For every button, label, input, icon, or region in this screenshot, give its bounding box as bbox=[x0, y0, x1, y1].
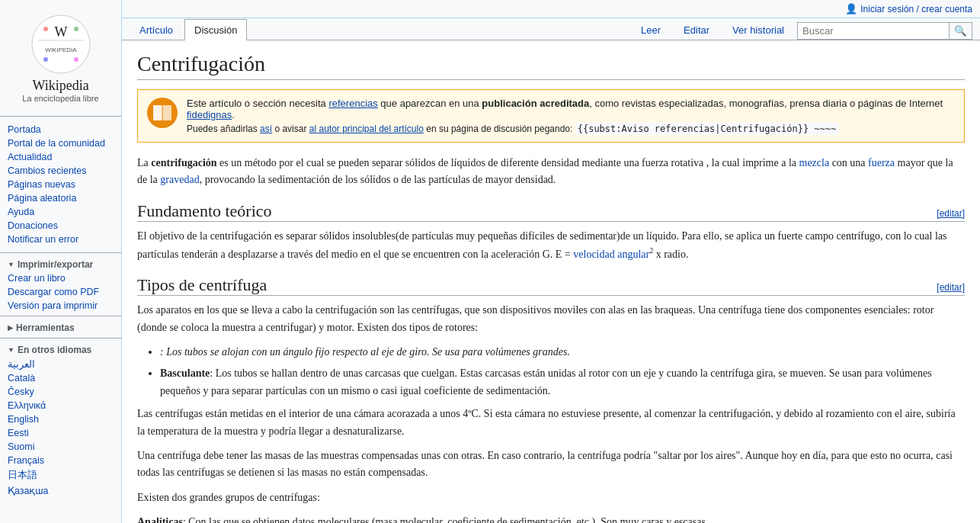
tipos-para1: Las centrífugas están metidas en el inte… bbox=[137, 406, 965, 440]
section-tipos-label: Tipos de centrífuga bbox=[137, 275, 267, 295]
svg-text:W: W bbox=[54, 24, 67, 40]
sidebar-lang-japanese[interactable]: 日本語 bbox=[0, 467, 121, 483]
section-fundamento-title: Fundamento teórico [editar] bbox=[137, 201, 965, 222]
sidebar-lang-eesti[interactable]: Eesti bbox=[0, 426, 121, 440]
sidebar-lang-greek[interactable]: Ελληνικά bbox=[0, 399, 121, 412]
collapse-arrow-print: ▼ bbox=[8, 261, 14, 268]
tab-articulo[interactable]: Artículo bbox=[130, 19, 183, 40]
main-area: 👤 Iniciar sesión / crear cuenta Artículo… bbox=[122, 0, 980, 523]
sidebar-item-cambios[interactable]: Cambios recientes bbox=[0, 164, 121, 178]
warning-link-referencias[interactable]: referencias bbox=[328, 98, 377, 109]
warning-line2: Puedes añadirlas así o avisar al autor p… bbox=[187, 124, 955, 134]
search-bar: 🔍 bbox=[797, 22, 972, 40]
sidebar-item-descargar-pdf[interactable]: Descargar como PDF bbox=[0, 285, 121, 299]
tipos-analiticas: Analíticas: Con las que se obtienen dato… bbox=[137, 514, 965, 523]
sidebar-divider-4 bbox=[0, 338, 121, 339]
sidebar-lang-catala[interactable]: Català bbox=[0, 371, 121, 385]
search-button[interactable]: 🔍 bbox=[950, 22, 972, 40]
link-velocidad-angular[interactable]: velocidad angular bbox=[573, 249, 649, 260]
sidebar-lang-cesky[interactable]: Česky bbox=[0, 385, 121, 399]
sidebar-lang-arabic[interactable]: العربية bbox=[0, 357, 121, 371]
sidebar-lang-francais[interactable]: Français bbox=[0, 454, 121, 467]
link-fuerza[interactable]: fuerza bbox=[868, 157, 895, 168]
book-icon bbox=[149, 99, 176, 127]
tab-leer[interactable]: Leer bbox=[631, 19, 671, 40]
tipos-para3: Existen dos grandes grupos de centrífuga… bbox=[137, 489, 965, 506]
tipos-intro: Los aparatos en los que se lleva a cabo … bbox=[137, 302, 965, 336]
warning-text: Este artículo o sección necesita referen… bbox=[187, 98, 955, 134]
warning-link-autor[interactable]: al autor principal del artículo bbox=[309, 124, 424, 134]
svg-point-6 bbox=[43, 57, 48, 62]
sidebar-nav-section: Portada Portal de la comunidad Actualida… bbox=[0, 120, 121, 249]
svg-text:WIKIPEDIA: WIKIPEDIA bbox=[45, 47, 77, 53]
collapse-arrow-tools: ▶ bbox=[8, 324, 13, 332]
svg-rect-10 bbox=[162, 105, 171, 120]
list-item-angulo: : Los tubos se alojan con un ángulo fijo… bbox=[160, 344, 965, 361]
sidebar-item-portada[interactable]: Portada bbox=[0, 123, 121, 136]
user-icon: 👤 bbox=[845, 3, 857, 14]
sidebar-divider-3 bbox=[0, 316, 121, 316]
section-fundamento-edit[interactable]: [editar] bbox=[937, 208, 965, 219]
svg-point-5 bbox=[74, 27, 78, 31]
sidebar-print-label: Imprimir/exportar bbox=[18, 259, 93, 270]
svg-point-7 bbox=[74, 57, 78, 62]
sidebar-logo: W WIKIPEDIA Wikipedia La enciclopedia li… bbox=[0, 6, 121, 113]
wiki-subtitle: La enciclopedia libre bbox=[4, 94, 117, 103]
warning-box: Este artículo o sección necesita referen… bbox=[137, 89, 965, 143]
tab-editar[interactable]: Editar bbox=[674, 19, 719, 40]
svg-rect-9 bbox=[153, 105, 162, 120]
sidebar-divider-1 bbox=[0, 116, 121, 117]
sidebar-item-actualidad[interactable]: Actualidad bbox=[0, 150, 121, 164]
sidebar-print-header[interactable]: ▼ Imprimir/exportar bbox=[0, 256, 121, 271]
collapse-arrow-languages: ▼ bbox=[8, 346, 14, 354]
section-fundamento-label: Fundamento teórico bbox=[137, 201, 272, 221]
sidebar-item-version-imprimir[interactable]: Versión para imprimir bbox=[0, 299, 121, 313]
search-input[interactable] bbox=[797, 22, 950, 40]
warning-icon bbox=[147, 98, 178, 128]
sidebar-item-ayuda[interactable]: Ayuda bbox=[0, 205, 121, 219]
sidebar-languages-header[interactable]: ▼ En otros idiomas bbox=[0, 342, 121, 357]
warning-code: {{subst:Aviso referencias|Centrifugación… bbox=[575, 123, 839, 135]
intro-paragraph: La centrifugación es un método por el cu… bbox=[137, 155, 965, 189]
topbar: 👤 Iniciar sesión / crear cuenta bbox=[122, 0, 980, 18]
sidebar-divider-2 bbox=[0, 252, 121, 253]
sidebar-item-portal[interactable]: Portal de la comunidad bbox=[0, 136, 121, 150]
topbar-right: 👤 Iniciar sesión / crear cuenta bbox=[845, 3, 972, 14]
tabs-bar: Artículo Discusión Leer Editar Ver histo… bbox=[122, 18, 980, 40]
sidebar-item-donaciones[interactable]: Donaciones bbox=[0, 219, 121, 233]
list-item-basculante: Basculante: Los tubos se hallan dentro d… bbox=[160, 365, 965, 399]
fundamento-paragraph: El objetivo de la centrifugación es sepa… bbox=[137, 228, 965, 263]
link-mezcla[interactable]: mezcla bbox=[799, 157, 830, 168]
page-title: Centrifugación bbox=[137, 52, 965, 80]
svg-point-4 bbox=[43, 27, 48, 31]
warning-link-asi[interactable]: así bbox=[260, 124, 272, 134]
section-tipos-title: Tipos de centrífuga [editar] bbox=[137, 275, 965, 296]
page-content: Centrifugación Este artículo o sección n… bbox=[122, 40, 980, 523]
sidebar-lang-english[interactable]: English bbox=[0, 412, 121, 426]
sidebar-languages-label: En otros idiomas bbox=[18, 345, 91, 355]
sidebar-lang-suomi[interactable]: Suomi bbox=[0, 440, 121, 454]
sidebar-item-crear-libro[interactable]: Crear un libro bbox=[0, 271, 121, 285]
sidebar-lang-kazakh[interactable]: Қазақша bbox=[0, 483, 121, 498]
tipos-para2: Una centrífuga debe tener las masas de l… bbox=[137, 448, 965, 482]
sidebar: W WIKIPEDIA Wikipedia La enciclopedia li… bbox=[0, 0, 122, 523]
sidebar-tools-header[interactable]: ▶ Herramientas bbox=[0, 319, 121, 335]
wikipedia-logo: W WIKIPEDIA bbox=[30, 14, 91, 75]
section-tipos-edit[interactable]: [editar] bbox=[937, 282, 965, 293]
sidebar-item-notificar[interactable]: Notificar un error bbox=[0, 233, 121, 246]
tipos-list: : Los tubos se alojan con un ángulo fijo… bbox=[137, 344, 965, 399]
wiki-title: Wikipedia bbox=[4, 78, 117, 94]
tab-discusion[interactable]: Discusión bbox=[184, 19, 247, 40]
warning-line1: Este artículo o sección necesita referen… bbox=[187, 98, 955, 120]
login-link[interactable]: Iniciar sesión / crear cuenta bbox=[860, 4, 972, 14]
link-gravedad[interactable]: gravedad bbox=[160, 174, 199, 185]
warning-link-fidedignas[interactable]: fidedignas bbox=[187, 109, 232, 120]
tab-historial[interactable]: Ver historial bbox=[722, 19, 794, 40]
tabs-right: Leer Editar Ver historial 🔍 bbox=[631, 18, 972, 40]
sidebar-item-aleatoria[interactable]: Página aleatoria bbox=[0, 191, 121, 205]
sidebar-item-nuevas[interactable]: Páginas nuevas bbox=[0, 178, 121, 191]
sidebar-tools-label: Herramientas bbox=[16, 322, 75, 333]
